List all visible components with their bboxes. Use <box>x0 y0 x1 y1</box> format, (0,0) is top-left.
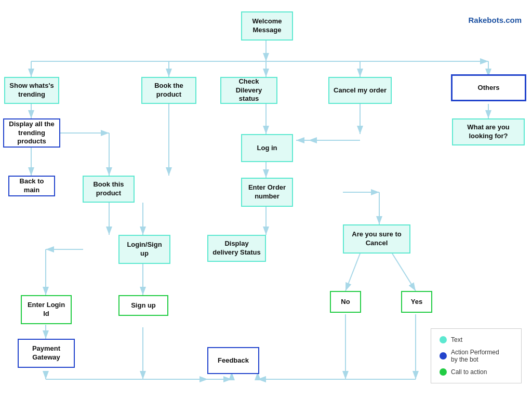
enter-login-node: Enter Login Id <box>21 295 72 324</box>
enter-order-node: Enter Order number <box>241 178 293 207</box>
svg-line-31 <box>392 254 416 291</box>
legend-action-item: Action Performedby the bot <box>440 349 513 363</box>
others-node: Others <box>451 74 526 101</box>
brand-label: Rakebots.com <box>468 16 522 24</box>
login-signup-node: Login/Sign up <box>118 235 170 264</box>
legend-blue-dot <box>440 352 447 360</box>
legend-action-label: Action Performedby the bot <box>451 349 499 363</box>
payment-gateway-node: Payment Gateway <box>18 339 75 368</box>
yes-node: Yes <box>401 291 432 313</box>
feedback-node: Feedback <box>207 347 259 374</box>
no-node: No <box>330 291 361 313</box>
legend-cta-label: Call to action <box>451 368 487 376</box>
legend-text-item: Text <box>440 336 513 343</box>
welcome-node: Welcome Message <box>241 11 293 41</box>
legend-green-dot <box>440 368 447 376</box>
log-in-node: Log in <box>241 134 293 162</box>
display-trending-node: Display all the trending products <box>3 118 60 148</box>
what-looking-node: What are you looking for? <box>452 118 525 145</box>
book-this-node: Book this product <box>83 176 135 203</box>
legend-box: Text Action Performedby the bot Call to … <box>431 328 522 383</box>
diagram-container: Rakebots.com <box>0 0 532 399</box>
sign-up-node: Sign up <box>118 295 168 316</box>
legend-cta-item: Call to action <box>440 368 513 376</box>
svg-line-30 <box>345 254 360 291</box>
check-delivery-node: Check Dilevery status <box>220 77 277 104</box>
are-you-sure-node: Are you sure to Cancel <box>343 224 410 254</box>
show-trending-node: Show whats's trending <box>4 77 59 104</box>
display-delivery-node: Display delivery Status <box>207 235 266 262</box>
cancel-order-node: Cancel my order <box>328 77 392 104</box>
back-main-node: Back to main <box>8 176 55 196</box>
book-product-node: Book the product <box>141 77 196 104</box>
legend-teal-dot <box>440 336 447 343</box>
legend-text-label: Text <box>451 336 462 343</box>
